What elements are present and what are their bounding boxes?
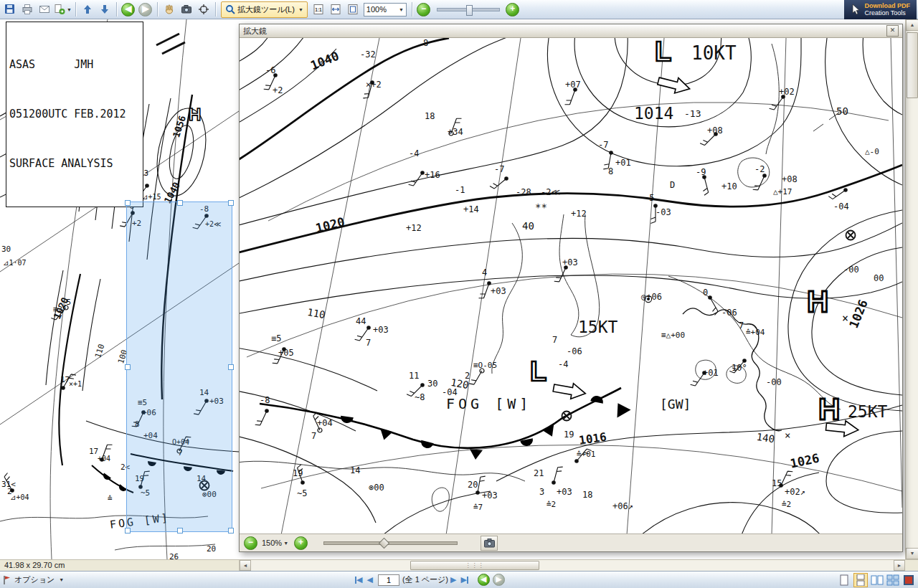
horizontal-scroll-thumb[interactable]: ⋮⋮⋮: [410, 561, 539, 570]
magnifier-selection-region[interactable]: [126, 201, 232, 532]
page-down-button[interactable]: [97, 1, 113, 17]
next-view-icon: ▶: [138, 3, 152, 16]
selection-handle[interactable]: [125, 364, 131, 370]
magnifier-snapshot-button[interactable]: [481, 536, 498, 551]
magnifier-zoom-value: 150%: [262, 539, 282, 547]
zoom-level-combo[interactable]: 100% ▼: [364, 3, 407, 16]
map-label: -06: [567, 346, 582, 356]
magnifier-zoom-out-button[interactable]: −: [244, 536, 257, 550]
single-page-icon: [839, 574, 849, 586]
single-page-view-button[interactable]: [838, 574, 851, 587]
scroll-up-arrow[interactable]: ▲: [906, 19, 918, 31]
magnifier-tool-button[interactable]: 拡大鏡ツール(L) ▼: [221, 1, 308, 18]
map-label: +01: [703, 368, 719, 378]
selection-handle[interactable]: [177, 200, 183, 206]
page-number-input[interactable]: [378, 574, 399, 586]
last-page-button[interactable]: ▶: [460, 575, 468, 584]
selection-handle[interactable]: [125, 528, 131, 534]
vertical-scroll-thumb[interactable]: [907, 32, 918, 98]
selection-handle[interactable]: [125, 200, 131, 206]
two-page-view-button[interactable]: [871, 574, 884, 587]
selection-handle[interactable]: [228, 364, 234, 370]
target-icon: [198, 4, 209, 15]
map-label: 14: [350, 465, 360, 475]
options-label: オプション: [14, 574, 55, 585]
separator: [412, 2, 412, 16]
previous-page-button[interactable]: ◀: [366, 575, 372, 584]
map-label: ~5: [62, 298, 71, 307]
zoom-slider[interactable]: [437, 8, 500, 11]
map-label: 8: [423, 38, 428, 48]
export-button[interactable]: ▼: [54, 1, 72, 17]
map-label: **: [535, 201, 547, 213]
next-view-button[interactable]: ▶: [138, 1, 153, 17]
options-button[interactable]: オプション ▼: [3, 574, 64, 585]
map-label: +03: [557, 487, 572, 497]
fullscreen-view-button[interactable]: [902, 574, 915, 587]
map-label: 140: [756, 431, 775, 445]
map-label: +06↗: [612, 501, 633, 511]
save-button[interactable]: [2, 1, 18, 17]
map-label: 1016: [578, 430, 607, 447]
magnifier-tool-caret: ▼: [298, 7, 303, 12]
first-page-button[interactable]: ◀: [355, 575, 362, 584]
map-label: ×: [785, 430, 790, 441]
cursor-icon: [851, 4, 861, 16]
map-label: -03: [656, 207, 671, 217]
email-button[interactable]: [37, 1, 52, 17]
zoom-in-button[interactable]: +: [505, 1, 521, 17]
separator: [75, 2, 76, 16]
magnifier-window[interactable]: 拡大鏡 ✕: [239, 24, 903, 552]
previous-view-button[interactable]: ◀: [120, 1, 136, 17]
last-page-bar: [467, 577, 468, 584]
hand-tool-button[interactable]: [161, 1, 177, 17]
horizontal-scrollbar[interactable]: ◄ ⋮⋮⋮ ►: [239, 560, 905, 571]
map-label: +14: [463, 204, 479, 214]
bottom-toolbar: オプション ▼ ◀ ◀ (全 1 ページ) ▶ ▶ ◀ ▶: [0, 571, 918, 588]
magnifier-zoom-slider[interactable]: [323, 541, 458, 545]
map-label: L: [529, 355, 564, 394]
magnifier-titlebar[interactable]: 拡大鏡 ✕: [240, 24, 902, 38]
fit-width-button[interactable]: [328, 1, 344, 17]
two-page-continuous-icon: [886, 574, 899, 586]
next-page-button[interactable]: ▶: [450, 575, 456, 584]
magnifier-icon: [225, 4, 235, 14]
map-label: ≡3: [53, 305, 62, 314]
actual-size-button[interactable]: 1:1: [311, 1, 326, 17]
export-caret: ▼: [67, 7, 72, 12]
continuous-view-button[interactable]: [853, 573, 868, 587]
two-page-continuous-button[interactable]: [886, 574, 899, 587]
map-label: 44: [356, 316, 366, 326]
magnifier-zoom-in-button[interactable]: +: [294, 536, 308, 550]
zoom-slider-thumb[interactable]: [466, 5, 473, 16]
magnifier-tool-label: 拡大鏡ツール(L): [237, 4, 295, 15]
export-icon: [54, 4, 65, 15]
magnifier-close-button[interactable]: ✕: [886, 25, 899, 37]
selection-handle[interactable]: [177, 528, 183, 534]
map-label: 19: [564, 430, 574, 440]
snapshot-tool-button[interactable]: [179, 1, 194, 17]
previous-view-button[interactable]: ◀: [478, 574, 490, 586]
magnifier-zoom-slider-thumb[interactable]: [379, 537, 390, 549]
next-view-button[interactable]: ▶: [493, 574, 505, 586]
zoom-combo-caret: ▼: [399, 7, 404, 12]
map-label: FOG [W]: [446, 395, 531, 412]
download-pdf-tools-button[interactable]: Download PDF Creation Tools: [844, 0, 917, 19]
page-up-button[interactable]: [80, 1, 95, 17]
map-label: ≙: [108, 494, 113, 503]
selection-handle[interactable]: [228, 528, 234, 534]
print-button[interactable]: [19, 1, 35, 17]
magnifier-controls: − 150% ▼ +: [240, 534, 902, 551]
selection-handle[interactable]: [228, 200, 234, 206]
map-label: 3: [539, 487, 544, 497]
map-label: 10°: [732, 363, 747, 373]
scroll-left-arrow[interactable]: ◄: [240, 560, 251, 571]
map-label: 2: [465, 371, 470, 381]
scroll-right-arrow[interactable]: ►: [894, 560, 905, 571]
fit-page-button[interactable]: [345, 1, 361, 17]
select-tool-button[interactable]: [196, 1, 212, 17]
map-label: 20: [468, 480, 478, 490]
vertical-scrollbar[interactable]: ▲ ▼: [905, 19, 918, 559]
zoom-out-button[interactable]: −: [416, 1, 432, 17]
scroll-down-arrow[interactable]: ▼: [906, 548, 918, 559]
